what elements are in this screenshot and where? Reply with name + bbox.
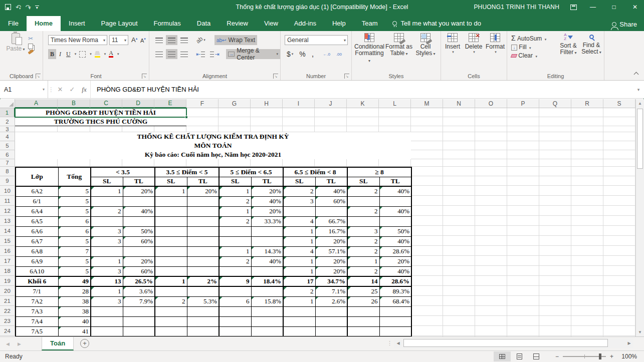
row-header-4[interactable]: 4 — [0, 132, 15, 141]
table-header-cell[interactable]: SL — [283, 177, 315, 186]
column-header-N[interactable]: N — [443, 99, 475, 108]
accounting-format-button[interactable]: $▾ — [285, 49, 295, 59]
shrink-font-button[interactable]: A▾ — [140, 37, 146, 44]
cell[interactable]: 1 — [91, 186, 123, 196]
cell[interactable] — [347, 216, 379, 226]
cell[interactable]: 5 — [58, 236, 91, 246]
undo-button[interactable]: ↶▾ — [16, 3, 21, 12]
font-name-combo[interactable]: Times New Roma — [48, 35, 107, 45]
cell[interactable]: 5 — [58, 266, 91, 276]
cell[interactable]: 41 — [58, 326, 91, 336]
cell[interactable]: 40% — [379, 266, 411, 276]
merge-center-button[interactable]: ↔Merge & Center▾ — [226, 49, 280, 59]
cell[interactable]: 1 — [219, 246, 251, 256]
cell[interactable]: 40% — [315, 186, 347, 196]
cell[interactable]: 4 — [283, 246, 315, 256]
cell[interactable] — [123, 306, 155, 316]
cell[interactable] — [347, 326, 379, 336]
font-size-combo[interactable]: 11 — [109, 35, 128, 45]
cell[interactable]: 60% — [123, 236, 155, 246]
cell[interactable] — [187, 256, 219, 266]
cell[interactable]: 2 — [219, 216, 251, 226]
name-box[interactable]: A1 — [0, 81, 48, 98]
cell[interactable] — [91, 196, 123, 206]
paste-button[interactable]: Paste — [1, 33, 30, 53]
cell[interactable]: 20% — [315, 256, 347, 266]
cell[interactable]: 6A5 — [16, 216, 58, 226]
format-as-table-button[interactable]: Format as Table — [385, 33, 413, 57]
increase-indent-button[interactable]: ⇥ — [208, 49, 221, 59]
share-button[interactable]: Share — [612, 21, 637, 28]
cell[interactable]: 20% — [315, 266, 347, 276]
cell[interactable]: 4 — [283, 216, 315, 226]
cell[interactable] — [251, 266, 283, 276]
table-header-cell[interactable]: TL — [379, 177, 411, 186]
column-header-Q[interactable]: Q — [539, 99, 571, 108]
cell[interactable]: 3 — [91, 226, 123, 236]
cell[interactable] — [219, 226, 251, 236]
cell[interactable]: 2 — [283, 186, 315, 196]
cell[interactable]: 7A2 — [16, 296, 58, 306]
ribbon-tab-insert[interactable]: Insert — [61, 16, 93, 31]
row-header-16[interactable]: 16 — [0, 246, 15, 256]
cell[interactable]: 26.5% — [123, 276, 155, 286]
cell[interactable] — [155, 266, 187, 276]
cell[interactable] — [187, 246, 219, 256]
ribbon-tab-view[interactable]: View — [256, 16, 286, 31]
save-icon[interactable] — [5, 4, 11, 10]
vertical-scroll-thumb[interactable] — [637, 109, 643, 169]
scrollbar-resize-handle[interactable]: ⋮ — [387, 340, 393, 346]
cell[interactable]: 1 — [283, 226, 315, 236]
cell[interactable] — [155, 236, 187, 246]
cell[interactable] — [155, 306, 187, 316]
row-header-23[interactable]: 23 — [0, 316, 15, 326]
cell[interactable] — [123, 196, 155, 206]
cell[interactable]: 89.3% — [379, 286, 411, 296]
ribbon-tab-review[interactable]: Review — [219, 16, 256, 31]
select-all-corner[interactable] — [0, 99, 15, 108]
cell[interactable]: 33.3% — [251, 216, 283, 226]
horizontal-scroll-thumb[interactable] — [403, 339, 608, 347]
cell[interactable]: 5 — [58, 186, 91, 196]
ribbon-tab-formulas[interactable]: Formulas — [146, 16, 189, 31]
cell[interactable]: Khối 6 — [16, 276, 58, 286]
cell[interactable]: 20% — [315, 236, 347, 246]
row-header-20[interactable]: 20 — [0, 286, 15, 296]
column-header-B[interactable]: B — [58, 99, 90, 108]
cell[interactable]: 3.6% — [123, 286, 155, 296]
row-header-5[interactable]: 5 — [0, 141, 15, 150]
tell-me-box[interactable]: Tell me what you want to do — [385, 16, 488, 31]
cell[interactable]: 6A9 — [16, 256, 58, 266]
zoom-in-button[interactable]: + — [610, 353, 613, 360]
cell[interactable] — [155, 316, 187, 326]
cell[interactable] — [155, 286, 187, 296]
clipboard-dialog-launcher[interactable]: ↘ — [36, 74, 41, 79]
cell[interactable]: 20% — [251, 206, 283, 216]
ribbon-display-options-icon[interactable] — [570, 5, 577, 10]
cell[interactable]: 2 — [219, 256, 251, 266]
cell[interactable] — [347, 316, 379, 326]
cell[interactable]: 2 — [347, 266, 379, 276]
cell[interactable]: 5 — [58, 196, 91, 206]
align-right-button[interactable] — [178, 49, 190, 59]
cell[interactable] — [123, 326, 155, 336]
cell[interactable] — [379, 326, 411, 336]
cell[interactable]: 20% — [187, 186, 219, 196]
cell[interactable] — [91, 306, 123, 316]
table-header-cell[interactable]: TL — [315, 177, 347, 186]
autosum-button[interactable]: Σ AutoSum ▾ — [511, 34, 546, 42]
row-header-15[interactable]: 15 — [0, 236, 15, 246]
normal-view-button[interactable] — [494, 351, 511, 361]
fill-handle[interactable] — [185, 116, 188, 119]
grow-font-button[interactable]: A▴ — [131, 36, 137, 44]
maximize-button[interactable]: □ — [609, 4, 619, 11]
ribbon-tab-help[interactable]: Help — [324, 16, 354, 31]
cell[interactable] — [379, 316, 411, 326]
number-dialog-launcher[interactable]: ↘ — [344, 74, 349, 79]
wrap-text-button[interactable]: ab↩Wrap Text — [214, 35, 257, 45]
formula-bar-splitter[interactable]: ⋮ — [48, 81, 54, 98]
cell[interactable]: 60% — [315, 196, 347, 206]
cell[interactable] — [91, 246, 123, 256]
column-header-S[interactable]: S — [603, 99, 635, 108]
sort-filter-button[interactable]: AZ Sort & Filter — [557, 33, 579, 56]
